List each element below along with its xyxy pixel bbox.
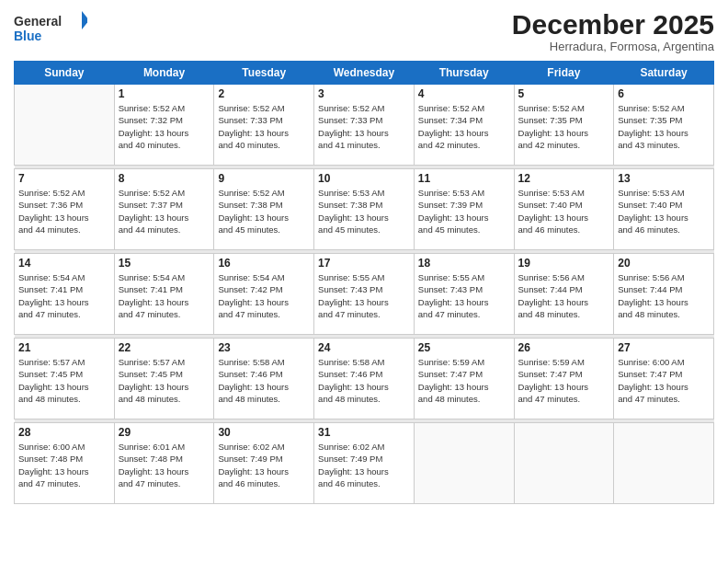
calendar-body: 1Sunrise: 5:52 AM Sunset: 7:32 PM Daylig… (15, 85, 714, 504)
day-header-sunday: Sunday (15, 62, 115, 85)
cell-date: 3 (318, 87, 410, 100)
cell-info: Sunrise: 5:56 AM Sunset: 7:44 PM Dayligh… (618, 271, 710, 320)
cell-date: 29 (119, 426, 210, 439)
svg-text:General: General (14, 14, 62, 29)
cell-date: 1 (119, 87, 210, 100)
cell-date: 17 (318, 257, 410, 270)
cell-info: Sunrise: 5:59 AM Sunset: 7:47 PM Dayligh… (418, 356, 510, 405)
calendar-cell: 22Sunrise: 5:57 AM Sunset: 7:45 PM Dayli… (114, 339, 214, 419)
week-row-5: 28Sunrise: 6:00 AM Sunset: 7:48 PM Dayli… (15, 423, 714, 504)
calendar-cell (514, 423, 614, 504)
day-header-wednesday: Wednesday (314, 62, 415, 85)
logo-svg: General Blue (14, 9, 87, 46)
cell-info: Sunrise: 5:53 AM Sunset: 7:39 PM Dayligh… (418, 187, 510, 236)
day-header-thursday: Thursday (414, 62, 514, 85)
day-header-row: SundayMondayTuesdayWednesdayThursdayFrid… (15, 62, 714, 85)
cell-info: Sunrise: 5:52 AM Sunset: 7:33 PM Dayligh… (218, 102, 310, 151)
calendar-cell: 28Sunrise: 6:00 AM Sunset: 7:48 PM Dayli… (15, 423, 115, 504)
cell-info: Sunrise: 5:52 AM Sunset: 7:36 PM Dayligh… (18, 187, 110, 236)
calendar-table: SundayMondayTuesdayWednesdayThursdayFrid… (14, 61, 714, 504)
cell-date: 26 (518, 341, 610, 354)
cell-info: Sunrise: 5:57 AM Sunset: 7:45 PM Dayligh… (119, 356, 210, 405)
cell-date: 31 (318, 426, 410, 439)
cell-date: 19 (518, 257, 610, 270)
cell-date: 30 (218, 426, 310, 439)
cell-info: Sunrise: 5:54 AM Sunset: 7:41 PM Dayligh… (18, 271, 110, 320)
calendar-cell: 29Sunrise: 6:01 AM Sunset: 7:48 PM Dayli… (114, 423, 214, 504)
cell-info: Sunrise: 5:54 AM Sunset: 7:41 PM Dayligh… (119, 271, 210, 320)
svg-text:Blue: Blue (14, 29, 42, 43)
cell-date: 12 (518, 172, 610, 185)
calendar-cell: 31Sunrise: 6:02 AM Sunset: 7:49 PM Dayli… (314, 423, 415, 504)
svg-marker-2 (82, 11, 87, 29)
cell-info: Sunrise: 5:53 AM Sunset: 7:38 PM Dayligh… (318, 187, 410, 236)
cell-date: 10 (318, 172, 410, 185)
cell-info: Sunrise: 5:52 AM Sunset: 7:35 PM Dayligh… (518, 102, 610, 151)
calendar-cell: 8Sunrise: 5:52 AM Sunset: 7:37 PM Daylig… (114, 169, 214, 250)
calendar-cell: 1Sunrise: 5:52 AM Sunset: 7:32 PM Daylig… (114, 85, 214, 166)
calendar-cell: 2Sunrise: 5:52 AM Sunset: 7:33 PM Daylig… (214, 85, 314, 166)
cell-date: 11 (418, 172, 510, 185)
cell-info: Sunrise: 5:52 AM Sunset: 7:33 PM Dayligh… (318, 102, 410, 151)
cell-date: 9 (218, 172, 310, 185)
cell-info: Sunrise: 5:52 AM Sunset: 7:34 PM Dayligh… (418, 102, 510, 151)
calendar-cell: 19Sunrise: 5:56 AM Sunset: 7:44 PM Dayli… (514, 254, 614, 335)
calendar-cell: 13Sunrise: 5:53 AM Sunset: 7:40 PM Dayli… (614, 169, 714, 250)
cell-date: 20 (618, 257, 710, 270)
day-header-monday: Monday (114, 62, 214, 85)
cell-date: 7 (18, 172, 110, 185)
calendar-cell (15, 85, 115, 166)
calendar-cell (414, 423, 514, 504)
calendar-cell: 30Sunrise: 6:02 AM Sunset: 7:49 PM Dayli… (214, 423, 314, 504)
calendar-cell: 23Sunrise: 5:58 AM Sunset: 7:46 PM Dayli… (214, 339, 314, 419)
cell-info: Sunrise: 5:53 AM Sunset: 7:40 PM Dayligh… (618, 187, 710, 236)
logo: General Blue (14, 9, 87, 46)
cell-info: Sunrise: 5:53 AM Sunset: 7:40 PM Dayligh… (518, 187, 610, 236)
calendar-cell: 21Sunrise: 5:57 AM Sunset: 7:45 PM Dayli… (15, 339, 115, 419)
calendar-cell: 3Sunrise: 5:52 AM Sunset: 7:33 PM Daylig… (314, 85, 415, 166)
calendar-cell: 10Sunrise: 5:53 AM Sunset: 7:38 PM Dayli… (314, 169, 415, 250)
title-block: December 2025 Herradura, Formosa, Argent… (512, 9, 714, 53)
calendar-cell: 20Sunrise: 5:56 AM Sunset: 7:44 PM Dayli… (614, 254, 714, 335)
cell-info: Sunrise: 5:58 AM Sunset: 7:46 PM Dayligh… (318, 356, 410, 405)
calendar-cell: 11Sunrise: 5:53 AM Sunset: 7:39 PM Dayli… (414, 169, 514, 250)
cell-info: Sunrise: 5:59 AM Sunset: 7:47 PM Dayligh… (518, 356, 610, 405)
calendar-cell: 9Sunrise: 5:52 AM Sunset: 7:38 PM Daylig… (214, 169, 314, 250)
day-header-friday: Friday (514, 62, 614, 85)
cell-date: 6 (618, 87, 710, 100)
calendar-cell: 4Sunrise: 5:52 AM Sunset: 7:34 PM Daylig… (414, 85, 514, 166)
subtitle: Herradura, Formosa, Argentina (512, 40, 714, 53)
cell-info: Sunrise: 5:58 AM Sunset: 7:46 PM Dayligh… (218, 356, 310, 405)
cell-date: 25 (418, 341, 510, 354)
header: General Blue December 2025 Herradura, Fo… (14, 9, 714, 53)
cell-date: 16 (218, 257, 310, 270)
cell-info: Sunrise: 6:02 AM Sunset: 7:49 PM Dayligh… (218, 441, 310, 489)
cell-date: 14 (18, 257, 110, 270)
calendar-cell: 17Sunrise: 5:55 AM Sunset: 7:43 PM Dayli… (314, 254, 415, 335)
cell-info: Sunrise: 6:00 AM Sunset: 7:48 PM Dayligh… (18, 441, 110, 489)
cell-date: 13 (618, 172, 710, 185)
day-header-tuesday: Tuesday (214, 62, 314, 85)
cell-info: Sunrise: 5:52 AM Sunset: 7:37 PM Dayligh… (119, 187, 210, 236)
main-title: December 2025 (512, 9, 714, 40)
week-row-4: 21Sunrise: 5:57 AM Sunset: 7:45 PM Dayli… (15, 339, 714, 419)
cell-date: 21 (18, 341, 110, 354)
cell-date: 23 (218, 341, 310, 354)
calendar-cell: 27Sunrise: 6:00 AM Sunset: 7:47 PM Dayli… (614, 339, 714, 419)
calendar-cell: 15Sunrise: 5:54 AM Sunset: 7:41 PM Dayli… (114, 254, 214, 335)
day-header-saturday: Saturday (614, 62, 714, 85)
cell-date: 2 (218, 87, 310, 100)
calendar-cell: 5Sunrise: 5:52 AM Sunset: 7:35 PM Daylig… (514, 85, 614, 166)
cell-info: Sunrise: 5:55 AM Sunset: 7:43 PM Dayligh… (318, 271, 410, 320)
calendar-cell: 16Sunrise: 5:54 AM Sunset: 7:42 PM Dayli… (214, 254, 314, 335)
cell-date: 27 (618, 341, 710, 354)
calendar-cell: 12Sunrise: 5:53 AM Sunset: 7:40 PM Dayli… (514, 169, 614, 250)
cell-date: 24 (318, 341, 410, 354)
week-row-2: 7Sunrise: 5:52 AM Sunset: 7:36 PM Daylig… (15, 169, 714, 250)
week-row-1: 1Sunrise: 5:52 AM Sunset: 7:32 PM Daylig… (15, 85, 714, 166)
cell-date: 15 (119, 257, 210, 270)
cell-date: 5 (518, 87, 610, 100)
cell-info: Sunrise: 6:02 AM Sunset: 7:49 PM Dayligh… (318, 441, 410, 489)
cell-info: Sunrise: 5:56 AM Sunset: 7:44 PM Dayligh… (518, 271, 610, 320)
cell-info: Sunrise: 5:57 AM Sunset: 7:45 PM Dayligh… (18, 356, 110, 405)
